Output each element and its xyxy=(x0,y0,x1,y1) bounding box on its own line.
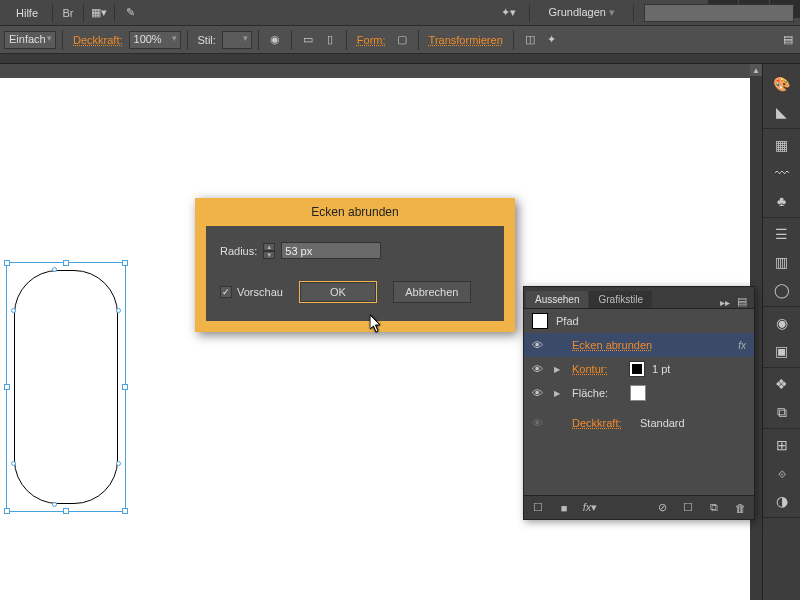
visibility-toggle-icon[interactable]: 👁 xyxy=(532,417,546,429)
anchor-point[interactable] xyxy=(116,308,121,313)
menu-help[interactable]: Hilfe xyxy=(6,3,48,23)
handle-bottom-right[interactable] xyxy=(122,508,128,514)
fx-badge[interactable]: fx xyxy=(738,340,746,351)
preview-label: Vorschau xyxy=(237,286,283,298)
stroke-label[interactable]: Kontur: xyxy=(572,363,622,375)
target-label: Pfad xyxy=(556,315,746,327)
panel-menu-icon[interactable]: ▤ xyxy=(734,294,750,308)
appearance-effect-row[interactable]: 👁 Ecken abrunden fx xyxy=(524,333,754,357)
scroll-up-arrow[interactable]: ▲ xyxy=(750,64,762,76)
handle-bottom-center[interactable] xyxy=(63,508,69,514)
anchor-point[interactable] xyxy=(52,502,57,507)
panel-collapse-icon[interactable]: ▸▸ xyxy=(716,297,734,308)
align-icon-2[interactable]: ▯ xyxy=(320,30,340,50)
stroke-panel-icon[interactable]: ☰ xyxy=(767,220,797,248)
panel-footer: ☐ ■ fx▾ ⊘ ☐ ⧉ 🗑 xyxy=(524,495,754,519)
align-icon-1[interactable]: ▭ xyxy=(298,30,318,50)
color-guide-icon[interactable]: ◣ xyxy=(767,98,797,126)
gpu-icon[interactable]: ✎ xyxy=(119,3,141,23)
bridge-icon[interactable]: Br xyxy=(57,3,79,23)
radius-input[interactable] xyxy=(281,242,381,259)
delete-item-icon[interactable]: 🗑 xyxy=(732,502,748,514)
panel-tabstrip: Aussehen Grafikstile ▸▸ ▤ xyxy=(524,287,754,309)
disclosure-icon[interactable]: ▶ xyxy=(554,389,564,398)
swatches-panel-icon[interactable]: ▦ xyxy=(767,131,797,159)
ok-button[interactable]: OK xyxy=(299,281,377,303)
tab-appearance[interactable]: Aussehen xyxy=(526,291,588,308)
shape-icon[interactable]: ▢ xyxy=(392,30,412,50)
spin-down-icon[interactable]: ▼ xyxy=(263,251,275,259)
handle-bottom-left[interactable] xyxy=(4,508,10,514)
gradient-panel-icon[interactable]: ▥ xyxy=(767,248,797,276)
appearance-thumbnail xyxy=(532,313,548,329)
align-panel-icon[interactable]: ⊞ xyxy=(767,431,797,459)
recolor-icon[interactable]: ◉ xyxy=(265,30,285,50)
handle-mid-left[interactable] xyxy=(4,384,10,390)
shape-label[interactable]: Form: xyxy=(353,34,390,46)
opacity-label[interactable]: Deckkraft: xyxy=(572,417,632,429)
stroke-color-swatch[interactable] xyxy=(630,362,644,376)
preview-checkbox[interactable]: ✓ xyxy=(220,286,232,298)
document-tabstrip xyxy=(0,54,800,64)
opacity-value[interactable]: Standard xyxy=(640,417,700,429)
appearance-opacity-row[interactable]: 👁 Deckkraft: Standard xyxy=(524,411,754,435)
isolate-icon[interactable]: ◫ xyxy=(520,30,540,50)
style-select[interactable] xyxy=(222,31,252,49)
color-panel-icon[interactable]: 🎨 xyxy=(767,70,797,98)
brushes-panel-icon[interactable]: 〰 xyxy=(767,159,797,187)
disclosure-icon[interactable]: ▶ xyxy=(554,365,564,374)
opacity-label[interactable]: Deckkraft: xyxy=(69,34,127,46)
effect-name[interactable]: Ecken abrunden xyxy=(572,339,730,351)
visibility-toggle-icon[interactable]: 👁 xyxy=(532,363,546,375)
clear-appearance-icon[interactable]: ⊘ xyxy=(654,501,670,514)
selected-shape[interactable] xyxy=(6,262,126,512)
visibility-toggle-icon[interactable]: 👁 xyxy=(532,339,546,351)
opacity-field[interactable]: 100% xyxy=(129,31,181,49)
fill-color-swatch[interactable] xyxy=(630,385,646,401)
stroke-profile-select[interactable]: Einfach xyxy=(4,31,56,49)
layers-panel-icon[interactable]: ❖ xyxy=(767,370,797,398)
footer-icon[interactable]: ☐ xyxy=(680,501,696,514)
transparency-panel-icon[interactable]: ◯ xyxy=(767,276,797,304)
appearance-stroke-row[interactable]: 👁 ▶ Kontur: 1 pt xyxy=(524,357,754,381)
anchor-point[interactable] xyxy=(11,461,16,466)
appearance-target-row[interactable]: Pfad xyxy=(524,309,754,333)
symbols-panel-icon[interactable]: ♣ xyxy=(767,187,797,215)
anchor-point[interactable] xyxy=(52,267,57,272)
anchor-point[interactable] xyxy=(11,308,16,313)
handle-mid-right[interactable] xyxy=(122,384,128,390)
appearance-fill-row[interactable]: 👁 ▶ Fläche: xyxy=(524,381,754,405)
search-input[interactable] xyxy=(644,4,794,22)
new-stroke-icon[interactable]: ☐ xyxy=(530,501,546,514)
spin-up-icon[interactable]: ▲ xyxy=(263,243,275,251)
handle-top-right[interactable] xyxy=(122,260,128,266)
pathfinder-panel-icon[interactable]: ◑ xyxy=(767,487,797,515)
add-effect-icon[interactable]: fx▾ xyxy=(582,501,598,514)
workspace-name[interactable]: Grundlagen ▾ xyxy=(540,6,623,19)
transform-panel-icon[interactable]: ⟐ xyxy=(767,459,797,487)
graphic-styles-panel-icon[interactable]: ▣ xyxy=(767,337,797,365)
handle-top-left[interactable] xyxy=(4,260,10,266)
stroke-weight[interactable]: 1 pt xyxy=(652,363,712,375)
radius-label: Radius: xyxy=(220,245,257,257)
panel-dock: 🎨 ◣ ▦ 〰 ♣ ☰ ▥ ◯ ◉ ▣ ❖ ⧉ ⊞ ⟐ ◑ xyxy=(762,64,800,600)
anchor-point[interactable] xyxy=(116,461,121,466)
artboards-panel-icon[interactable]: ⧉ xyxy=(767,398,797,426)
preview-checkbox-wrapper[interactable]: ✓ Vorschau xyxy=(220,286,283,298)
visibility-toggle-icon[interactable]: 👁 xyxy=(532,387,546,399)
duplicate-item-icon[interactable]: ⧉ xyxy=(706,501,722,514)
new-fill-icon[interactable]: ■ xyxy=(556,502,572,514)
radius-spinner[interactable]: ▲ ▼ xyxy=(263,243,275,259)
workspace-switcher: ✦▾ Grundlagen ▾ xyxy=(497,3,794,23)
sync-icon[interactable]: ✦▾ xyxy=(497,3,519,23)
handle-top-center[interactable] xyxy=(63,260,69,266)
controlbar-menu-icon[interactable]: ▤ xyxy=(780,33,796,47)
control-bar: Einfach Deckkraft: 100% Stil: ◉ ▭ ▯ Form… xyxy=(0,26,800,54)
cancel-button[interactable]: Abbrechen xyxy=(393,281,471,303)
arrange-docs-icon[interactable]: ▦▾ xyxy=(88,3,110,23)
appearance-panel-icon[interactable]: ◉ xyxy=(767,309,797,337)
isolate-icon-2[interactable]: ✦ xyxy=(542,30,562,50)
tab-graphic-styles[interactable]: Grafikstile xyxy=(589,291,651,308)
transform-label[interactable]: Transformieren xyxy=(425,34,507,46)
round-corners-dialog: Ecken abrunden Radius: ▲ ▼ ✓ Vorschau OK… xyxy=(195,198,515,332)
